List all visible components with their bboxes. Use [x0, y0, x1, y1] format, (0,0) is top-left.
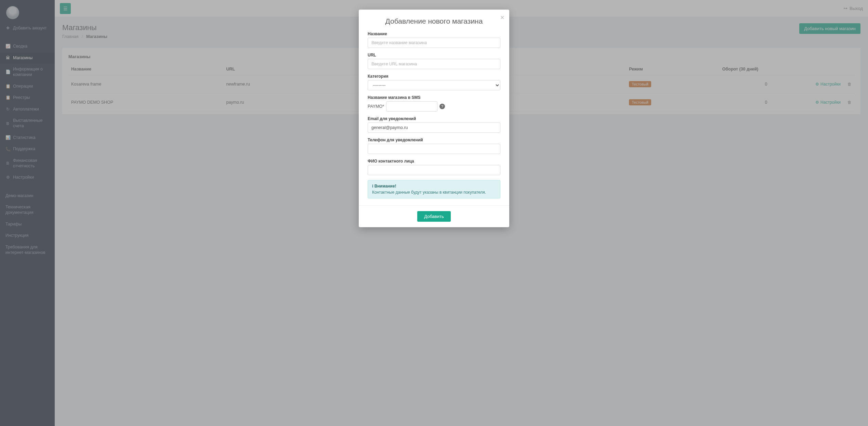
sms-prefix-text: PAYMO*	[368, 104, 384, 109]
modal-close-button[interactable]: ✕	[500, 14, 504, 21]
phone-label: Телефон для уведомлений	[368, 138, 500, 142]
sms-name-input[interactable]	[386, 101, 437, 112]
modal-title: Добавление нового магазина	[368, 17, 500, 25]
alert-text: Контактные данные будут указаны в квитан…	[372, 190, 496, 195]
add-shop-modal: Добавление нового магазина ✕ Название UR…	[359, 10, 509, 227]
close-icon: ✕	[500, 15, 504, 21]
name-input[interactable]	[368, 38, 500, 48]
name-label: Название	[368, 31, 500, 36]
submit-button[interactable]: Добавить	[417, 211, 450, 222]
email-label: Email для уведомлений	[368, 116, 500, 121]
sms-name-label: Название магазина в SMS	[368, 95, 500, 100]
email-input[interactable]	[368, 122, 500, 133]
url-input[interactable]	[368, 59, 500, 69]
alert-title: i Внимание!	[372, 184, 496, 189]
phone-input[interactable]	[368, 144, 500, 154]
category-label: Категория	[368, 74, 500, 79]
contact-name-input[interactable]	[368, 165, 500, 175]
help-icon[interactable]: ?	[439, 104, 445, 109]
url-label: URL	[368, 53, 500, 57]
contact-name-label: ФИО контактного лица	[368, 159, 500, 164]
info-alert: i Внимание! Контактные данные будут указ…	[368, 180, 500, 198]
category-select[interactable]: ---------	[368, 80, 500, 90]
